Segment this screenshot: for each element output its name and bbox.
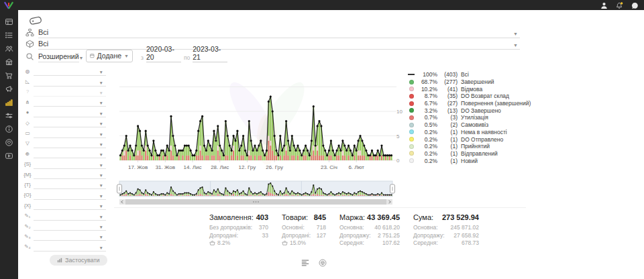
search-mode-value: Розширений [38, 52, 79, 60]
sidebar-item-automation[interactable] [0, 109, 18, 122]
sidebar-item-clients[interactable] [0, 42, 18, 55]
brush-handle-left[interactable] [117, 184, 122, 193]
date-field-select[interactable]: Додане ▼ [86, 50, 133, 62]
sidebar-item-info[interactable] [0, 122, 18, 135]
filter-row-14: {X}▼ [21, 201, 106, 211]
pencil-2-icon: ✎₂ [21, 224, 34, 229]
sidebar-item-analytics[interactable] [0, 95, 18, 109]
pencil-4-icon: ✎₄ [21, 244, 34, 249]
filter-select-17[interactable]: ▼ [34, 232, 106, 241]
legend-item[interactable]: 0.2%(1)Прийнятий [407, 143, 528, 150]
filter-select-15[interactable]: ▼ [34, 212, 106, 221]
chevron-down-icon: ▼ [99, 91, 103, 95]
filter-select-2[interactable]: ▼ [34, 78, 106, 87]
chevron-down-icon: ▼ [124, 54, 129, 58]
product-select[interactable]: Всі ▼ [38, 40, 520, 50]
legend-percent: 3.2% [417, 107, 437, 114]
legend-dot-swatch [409, 115, 414, 120]
legend-dot-swatch [409, 87, 414, 91]
sidebar-item-orders[interactable] [0, 28, 18, 42]
filter-row-12: {T}▼ [21, 180, 106, 190]
chevron-down-icon: ▼ [99, 204, 103, 209]
sidebar-item-support[interactable] [0, 135, 18, 149]
filter-select-14[interactable]: ▼ [34, 201, 106, 210]
legend-item[interactable]: 0.5%(2)Самовивіз [407, 121, 528, 129]
chat-icon[interactable] [631, 1, 639, 9]
legend-item[interactable]: 0.7%(3)Утилізація [407, 114, 528, 121]
orders-chart[interactable]: 051017. Жов31. Жов14. Лис28. Лис12. Гру2… [114, 66, 407, 174]
filter-row-4: ⋔▼ [21, 97, 106, 107]
tag-icon[interactable] [28, 15, 43, 25]
filter-select-16[interactable]: ▼ [34, 222, 106, 231]
search-mode-select[interactable]: Розширений ▼ [38, 52, 79, 62]
filter-row-15: ✎₁▼ [21, 211, 106, 221]
date-to-input[interactable]: 2023-03-21 [193, 45, 227, 62]
legend-item[interactable]: 6.7%(27)Повернення (завершений) [407, 100, 528, 107]
filter-row-16: ✎₂▼ [21, 221, 106, 231]
legend-item[interactable]: 3.2%(13)DO Завершено [407, 107, 528, 114]
filter-select-10[interactable]: ▼ [34, 160, 106, 169]
sidebar-item-cart[interactable] [0, 68, 18, 82]
legend-item[interactable]: 0.2%(1)Відправлений [407, 150, 528, 158]
filter-row-7: ▭▼ [21, 128, 106, 138]
chevron-down-icon: ▼ [99, 245, 103, 250]
sidebar-item-tutorials[interactable] [0, 149, 18, 162]
brush-handle-right[interactable] [390, 184, 395, 193]
calendar-icon [90, 52, 95, 59]
chevron-down-icon: ▼ [99, 215, 103, 219]
legend-item[interactable]: 8.7%(35)DO Возврат склад [407, 93, 528, 100]
stat-value: 273 529.94 [442, 213, 479, 221]
legend-line-swatch [408, 74, 415, 75]
apply-button[interactable]: Застосувати [50, 255, 107, 266]
search-icon[interactable] [25, 52, 38, 62]
package-view-icon[interactable] [319, 258, 327, 270]
sidebar-item-store[interactable] [0, 55, 18, 68]
filter-select-11[interactable]: ▼ [34, 170, 106, 179]
divider [114, 207, 526, 208]
filter-select-8[interactable]: ▼ [34, 140, 106, 148]
filter-select-1[interactable]: ▼ [34, 67, 106, 76]
filter-select-3[interactable]: ▼ [34, 88, 106, 97]
app-logo-icon[interactable] [2, 1, 15, 10]
view-toggle-icons [301, 258, 327, 270]
filter-select-7[interactable]: ▼ [34, 129, 106, 138]
filter-select-18[interactable]: ▼ [34, 243, 106, 252]
stat-value: 845 [314, 213, 326, 221]
legend-item[interactable]: 0.2%(1)DO Отправлено [407, 135, 528, 143]
brace-m-icon: {M} [21, 172, 34, 178]
chart-navigator[interactable] [114, 180, 407, 207]
legend-item[interactable]: 10.2%(41)Відмова [407, 85, 528, 93]
upsell-rate: 15.0% [282, 239, 326, 247]
help-icon: ? [21, 89, 34, 95]
filter-select-5[interactable]: ▼ [34, 109, 106, 117]
legend-percent: 68.7% [417, 78, 437, 85]
legend-item[interactable]: 100%(403)Всі [407, 71, 528, 78]
basket-icon [282, 240, 288, 246]
legend-dot-swatch [409, 144, 414, 149]
filter-select-9[interactable]: ▼ [34, 150, 106, 158]
stat-subrow: Середня:678.73 [413, 239, 479, 247]
chevron-down-icon: ▼ [99, 183, 103, 188]
filter-select-4[interactable]: ▼ [34, 98, 106, 107]
legend-item[interactable]: 0.2%(1)Новий [407, 157, 528, 164]
scrollbar[interactable] [119, 199, 392, 205]
x-axis-label: 14. Лис [183, 164, 201, 170]
brace-o-icon: {O} [21, 192, 34, 198]
legend-percent: 6.7% [417, 100, 437, 107]
notifications-bell-icon[interactable] [615, 1, 624, 9]
legend-label: Утилізація [460, 114, 528, 121]
chevron-down-icon: ▼ [99, 235, 103, 239]
funnel-select[interactable]: Всі ▼ [38, 28, 520, 38]
legend-item[interactable]: 0.2%(1)Нема в наявності [407, 129, 528, 136]
table-view-icon[interactable] [301, 258, 309, 270]
filter-select-13[interactable]: ▼ [34, 191, 106, 200]
filter-select-6[interactable]: ▼ [34, 119, 106, 127]
legend-item[interactable]: 68.7%(277)Завершений [407, 78, 528, 86]
date-from-input[interactable]: 2020-03-20 [146, 45, 181, 62]
person-icon: ● [21, 110, 34, 115]
filter-select-12[interactable]: ▼ [34, 180, 106, 189]
funnel-select-value: Всі [38, 28, 48, 36]
sidebar-item-dashboard[interactable] [0, 15, 18, 28]
sidebar-item-marketing[interactable] [0, 82, 18, 95]
user-icon[interactable] [600, 1, 608, 9]
